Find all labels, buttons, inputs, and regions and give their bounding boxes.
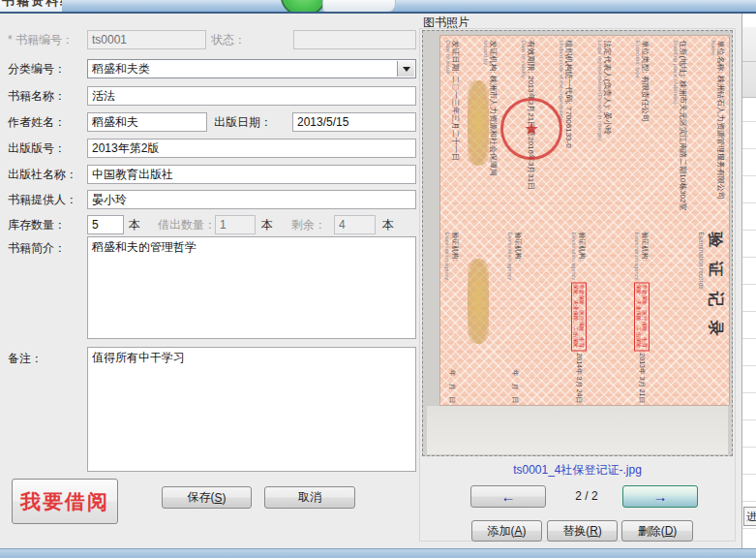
save-label-post: )	[223, 491, 227, 505]
provider-field[interactable]	[87, 190, 416, 209]
book-name-field[interactable]	[87, 86, 416, 106]
red-seal-icon	[500, 98, 562, 160]
intro-textarea[interactable]: 稻盛和夫的管理哲学	[87, 236, 416, 339]
save-label-key: S	[214, 491, 222, 505]
titlebar-tab-shape	[322, 0, 396, 13]
author-field[interactable]	[87, 112, 207, 132]
next-photo-button[interactable]: →	[622, 485, 698, 508]
edition-label: 出版版号：	[8, 139, 66, 158]
right-arrow-icon: →	[653, 489, 668, 504]
book-photo: 单位名称: 株洲钻石人力资源管理服务有限公司Name 住所(地址): 株洲市天元…	[422, 30, 733, 456]
provider-label: 书籍提供人：	[8, 190, 77, 209]
titlebar-left-patch: 书籍资料维护	[0, 0, 62, 12]
replace-photo-button[interactable]: 替换(R)	[547, 520, 618, 542]
borrowed-label: 借出数量：	[158, 215, 216, 234]
photo-page-indicator: 2 / 2	[559, 489, 614, 503]
remaining-label: 剩余：	[291, 215, 326, 234]
pubdate-field[interactable]	[292, 112, 416, 132]
certificate-records: 验 证 记 录 Examination records 验证机构:Examina…	[444, 232, 725, 403]
left-arrow-icon: ←	[501, 489, 516, 504]
records-title: 验 证 记 录	[705, 232, 725, 403]
certificate-rotated-content: 单位名称: 株洲钻石人力资源管理服务有限公司Name 住所(地址): 株洲市天元…	[440, 36, 729, 405]
pubdate-label: 出版日期：	[214, 112, 272, 132]
red-box-stamp: 养老保险、医疗保险、生育保险、失业保险、工伤保险	[635, 282, 650, 351]
save-button[interactable]: 保存(S)	[162, 486, 252, 509]
book-detail-dialog: 书籍资料维护 进 * 书籍编号： 状态： 分类编号： 稻盛和夫类 书籍名称： 作…	[0, 0, 756, 558]
status-label: 状态：	[211, 30, 246, 49]
add-label-post: )	[523, 524, 527, 538]
parent-window-titlebar: 书籍资料维护	[0, 0, 756, 14]
borrowed-unit: 本	[261, 215, 273, 234]
add-label-key: A	[514, 524, 522, 538]
book-name-label: 书籍名称：	[8, 86, 66, 106]
book-id-label: * 书籍编号：	[8, 30, 74, 49]
edition-field[interactable]	[87, 139, 416, 158]
add-photo-button[interactable]: 添加(A)	[471, 520, 542, 542]
category-dropdown[interactable]: 稻盛和夫类	[87, 59, 416, 78]
photo-panel-title: 图书照片	[423, 15, 469, 31]
replace-label-post: )	[598, 524, 602, 538]
borrow-button[interactable]: 我要借阅	[12, 479, 118, 524]
green-ball-icon[interactable]	[281, 0, 326, 14]
cancel-button[interactable]: 取消	[264, 486, 355, 509]
author-label: 作者姓名：	[8, 112, 66, 132]
scan-margin	[427, 406, 728, 454]
background-partial-button[interactable]: 进	[743, 507, 756, 526]
category-value: 稻盛和夫类	[92, 62, 150, 76]
photo-filename-caption: ts0001_4社保登记证-.jpg	[422, 462, 733, 479]
prev-photo-button[interactable]: ←	[470, 485, 546, 508]
category-label: 分类编号：	[8, 59, 66, 78]
records-subtitle: Examination records	[698, 232, 705, 403]
delete-photo-button[interactable]: 删除(D)	[621, 520, 693, 542]
window-title-fragment: 书籍资料维护	[2, 0, 62, 10]
window-bottom-edge	[0, 548, 756, 558]
certificate-image: 单位名称: 株洲钻石人力资源管理服务有限公司Name 住所(地址): 株洲市天元…	[440, 36, 729, 405]
stock-unit: 本	[129, 215, 140, 234]
book-id-field[interactable]	[87, 30, 206, 49]
publisher-field[interactable]	[87, 165, 416, 184]
borrowed-field[interactable]	[215, 215, 256, 234]
publisher-label: 出版社名称：	[8, 165, 77, 184]
red-box-stamp: 养老保险、医疗保险、生育保险、失业保险、工伤保险	[571, 282, 587, 351]
intro-label: 书籍简介：	[8, 238, 66, 258]
status-field[interactable]	[293, 30, 416, 49]
remaining-field[interactable]	[334, 215, 376, 234]
delete-label-key: D	[665, 524, 674, 538]
background-window-sliver: 进	[741, 14, 756, 558]
replace-label-pre: 替换(	[562, 523, 590, 540]
chevron-down-icon[interactable]	[397, 61, 414, 77]
stock-label: 库存数量：	[8, 215, 66, 234]
certificate-fields: 单位名称: 株洲钻石人力资源管理服务有限公司Name 住所(地址): 株洲市天元…	[444, 40, 725, 228]
remaining-unit: 本	[382, 215, 394, 234]
remark-label: 备注：	[8, 349, 43, 368]
background-grid-header	[742, 27, 756, 98]
save-label-pre: 保存(	[187, 489, 214, 506]
delete-label-post: )	[673, 524, 677, 538]
replace-label-key: R	[590, 524, 598, 538]
delete-label-pre: 删除(	[638, 523, 665, 540]
stock-field[interactable]	[87, 215, 124, 234]
remark-textarea[interactable]: 值得所有中干学习	[87, 347, 416, 472]
add-label-pre: 添加(	[487, 523, 514, 540]
